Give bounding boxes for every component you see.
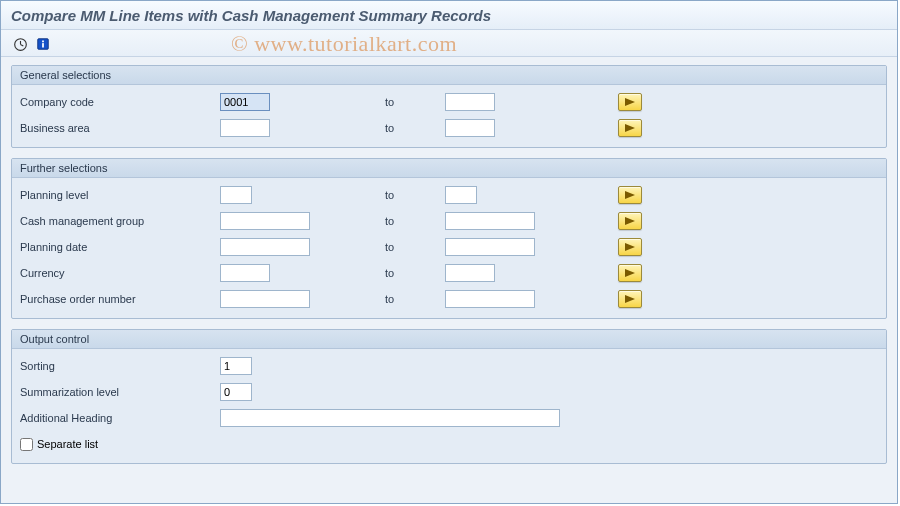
row-planning-level: Planning level to [20, 184, 878, 206]
summarization-input[interactable] [220, 383, 252, 401]
cm-group-to-input[interactable] [445, 212, 535, 230]
separate-list-checkbox[interactable] [20, 438, 33, 451]
execute-button[interactable] [11, 35, 29, 53]
to-label: to [385, 241, 445, 253]
planning-level-multiselect-button[interactable] [618, 186, 642, 204]
app-window: Compare MM Line Items with Cash Manageme… [0, 0, 898, 504]
arrow-right-icon [625, 217, 635, 225]
label-additional-heading: Additional Heading [20, 412, 220, 424]
cm-group-multiselect-button[interactable] [618, 212, 642, 230]
label-summarization: Summarization level [20, 386, 220, 398]
label-po-number: Purchase order number [20, 293, 220, 305]
group-output-control: Output control Sorting Summarization lev… [11, 329, 887, 464]
planning-date-multiselect-button[interactable] [618, 238, 642, 256]
to-label: to [385, 267, 445, 279]
business-area-to-input[interactable] [445, 119, 495, 137]
svg-marker-9 [625, 217, 635, 225]
group-title-output: Output control [12, 330, 886, 349]
planning-date-from-input[interactable] [220, 238, 310, 256]
row-additional-heading: Additional Heading [20, 407, 878, 429]
label-planning-level: Planning level [20, 189, 220, 201]
additional-heading-input[interactable] [220, 409, 560, 427]
po-number-multiselect-button[interactable] [618, 290, 642, 308]
label-currency: Currency [20, 267, 220, 279]
arrow-right-icon [625, 269, 635, 277]
company-code-multiselect-button[interactable] [618, 93, 642, 111]
sorting-input[interactable] [220, 357, 252, 375]
group-title-further: Further selections [12, 159, 886, 178]
arrow-right-icon [625, 191, 635, 199]
to-label: to [385, 293, 445, 305]
to-label: to [385, 215, 445, 227]
planning-level-from-input[interactable] [220, 186, 252, 204]
svg-marker-10 [625, 243, 635, 251]
planning-date-to-input[interactable] [445, 238, 535, 256]
to-label: to [385, 189, 445, 201]
currency-from-input[interactable] [220, 264, 270, 282]
to-label: to [385, 96, 445, 108]
company-code-from-input[interactable] [220, 93, 270, 111]
arrow-right-icon [625, 295, 635, 303]
currency-multiselect-button[interactable] [618, 264, 642, 282]
arrow-right-icon [625, 243, 635, 251]
row-business-area: Business area to [20, 117, 878, 139]
cm-group-from-input[interactable] [220, 212, 310, 230]
po-number-to-input[interactable] [445, 290, 535, 308]
row-sorting: Sorting [20, 355, 878, 377]
company-code-to-input[interactable] [445, 93, 495, 111]
clock-execute-icon [13, 37, 28, 52]
toolbar [1, 30, 897, 57]
label-planning-date: Planning date [20, 241, 220, 253]
row-currency: Currency to [20, 262, 878, 284]
svg-marker-8 [625, 191, 635, 199]
content: General selections Company code to Busin… [1, 57, 897, 482]
svg-marker-6 [625, 98, 635, 106]
svg-marker-7 [625, 124, 635, 132]
po-number-from-input[interactable] [220, 290, 310, 308]
label-separate-list: Separate list [37, 438, 98, 450]
planning-level-to-input[interactable] [445, 186, 477, 204]
title-bar: Compare MM Line Items with Cash Manageme… [1, 1, 897, 30]
row-company-code: Company code to [20, 91, 878, 113]
group-general-selections: General selections Company code to Busin… [11, 65, 887, 148]
page-title: Compare MM Line Items with Cash Manageme… [11, 7, 887, 24]
row-planning-date: Planning date to [20, 236, 878, 258]
arrow-right-icon [625, 98, 635, 106]
svg-marker-12 [625, 295, 635, 303]
label-cm-group: Cash management group [20, 215, 220, 227]
row-separate-list: Separate list [20, 433, 878, 455]
group-title-general: General selections [12, 66, 886, 85]
arrow-right-icon [625, 124, 635, 132]
row-summarization: Summarization level [20, 381, 878, 403]
info-button[interactable] [34, 35, 52, 53]
svg-marker-11 [625, 269, 635, 277]
to-label: to [385, 122, 445, 134]
business-area-from-input[interactable] [220, 119, 270, 137]
group-further-selections: Further selections Planning level to Cas… [11, 158, 887, 319]
svg-rect-4 [42, 41, 44, 43]
currency-to-input[interactable] [445, 264, 495, 282]
label-company-code: Company code [20, 96, 220, 108]
svg-line-2 [20, 44, 23, 46]
row-cm-group: Cash management group to [20, 210, 878, 232]
row-po-number: Purchase order number to [20, 288, 878, 310]
label-business-area: Business area [20, 122, 220, 134]
svg-rect-5 [42, 43, 44, 47]
business-area-multiselect-button[interactable] [618, 119, 642, 137]
label-sorting: Sorting [20, 360, 220, 372]
info-icon [36, 37, 50, 51]
